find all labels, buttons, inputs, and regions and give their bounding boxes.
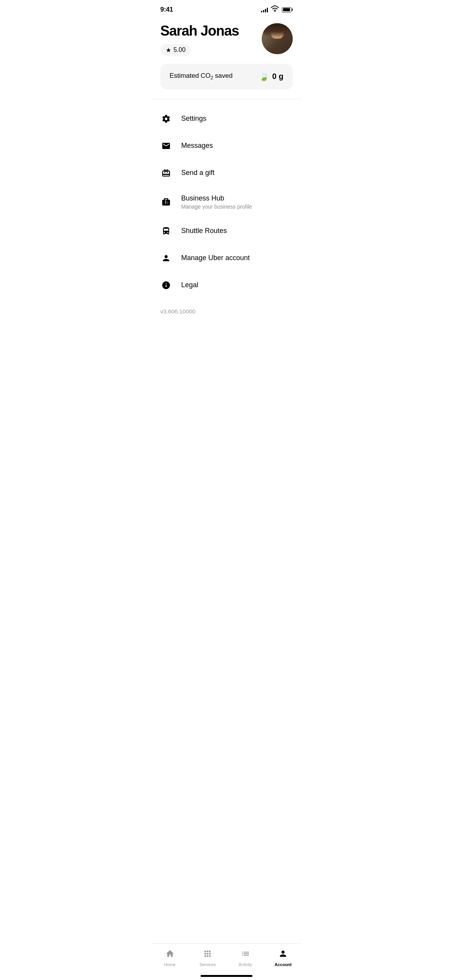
menu-text-legal: Legal xyxy=(181,281,293,290)
header-left: Sarah Jonas ★ 5.00 xyxy=(160,23,262,56)
profile-header: Sarah Jonas ★ 5.00 xyxy=(151,17,302,64)
person-icon xyxy=(160,252,172,264)
rating-value: 5.00 xyxy=(173,46,185,53)
status-time: 9:41 xyxy=(160,6,173,14)
menu-item-messages[interactable]: Messages xyxy=(151,132,302,159)
signal-icon xyxy=(261,7,268,12)
status-bar: 9:41 xyxy=(151,0,302,17)
menu-item-legal[interactable]: Legal xyxy=(151,272,302,299)
menu-item-settings[interactable]: Settings xyxy=(151,105,302,132)
info-icon xyxy=(160,279,172,291)
menu-title-manage-account: Manage Uber account xyxy=(181,254,293,262)
menu-text-settings: Settings xyxy=(181,115,293,123)
co2-card: Estimated CO2 saved 🍃 0 g xyxy=(160,64,293,89)
co2-amount: 0 g xyxy=(272,72,283,81)
menu-title-send-gift: Send a gift xyxy=(181,169,293,177)
leaf-icon: 🍃 xyxy=(259,72,269,82)
status-icons xyxy=(261,4,293,15)
menu-list: Settings Messages Send a gift xyxy=(151,102,302,302)
battery-icon xyxy=(282,7,293,12)
section-divider xyxy=(151,99,302,99)
user-name: Sarah Jonas xyxy=(160,23,262,39)
menu-item-manage-account[interactable]: Manage Uber account xyxy=(151,245,302,272)
avatar[interactable] xyxy=(262,23,293,54)
menu-item-send-gift[interactable]: Send a gift xyxy=(151,159,302,187)
menu-title-business-hub: Business Hub xyxy=(181,194,293,203)
version-text: v3.606.10000 xyxy=(151,302,302,324)
menu-text-send-gift: Send a gift xyxy=(181,169,293,177)
co2-value: 🍃 0 g xyxy=(259,72,283,82)
gift-icon xyxy=(160,167,172,179)
gear-icon xyxy=(160,113,172,125)
rating-badge: ★ 5.00 xyxy=(160,44,191,56)
menu-subtitle-business-hub: Manage your business profile xyxy=(181,204,293,210)
menu-text-manage-account: Manage Uber account xyxy=(181,254,293,262)
shuttle-icon xyxy=(160,225,172,237)
menu-text-shuttle-routes: Shuttle Routes xyxy=(181,227,293,235)
co2-label: Estimated CO2 saved xyxy=(170,72,233,81)
star-icon: ★ xyxy=(166,46,171,54)
menu-text-messages: Messages xyxy=(181,142,293,150)
menu-item-business-hub[interactable]: Business Hub Manage your business profil… xyxy=(151,187,302,218)
menu-title-settings: Settings xyxy=(181,115,293,123)
envelope-icon xyxy=(160,140,172,152)
menu-title-messages: Messages xyxy=(181,142,293,150)
menu-item-shuttle-routes[interactable]: Shuttle Routes xyxy=(151,218,302,245)
menu-text-business-hub: Business Hub Manage your business profil… xyxy=(181,194,293,210)
menu-title-shuttle-routes: Shuttle Routes xyxy=(181,227,293,235)
wifi-icon xyxy=(270,4,280,15)
briefcase-icon xyxy=(160,196,172,208)
avatar-image xyxy=(262,23,293,54)
menu-title-legal: Legal xyxy=(181,281,293,290)
